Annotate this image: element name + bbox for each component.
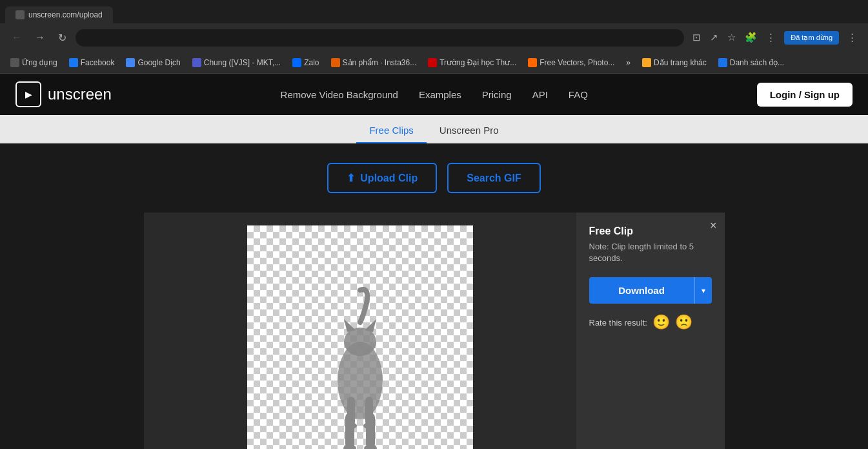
menu-button[interactable]: ⋮: [844, 29, 860, 46]
tab-title: unscreen.com/upload: [28, 10, 103, 19]
forward-button[interactable]: →: [31, 29, 49, 46]
nav-api[interactable]: API: [532, 89, 548, 100]
zalo-favicon: [292, 58, 301, 67]
address-bar[interactable]: unscreen.com/upload: [76, 29, 684, 47]
bookmark-more[interactable]: »: [621, 56, 636, 69]
bookmark-label: Free Vectors, Photo...: [540, 58, 614, 67]
sad-emoji[interactable]: 🙁: [675, 314, 692, 331]
dropdown-arrow-icon: ▾: [701, 286, 705, 295]
svg-point-1: [344, 328, 376, 356]
bookmark-label: Danh sách đọ...: [730, 58, 784, 67]
cat-preview: [318, 284, 402, 449]
bookmark-label: Zalo: [304, 58, 319, 67]
info-panel: × Free Clip Note: Clip length limited to…: [576, 213, 725, 449]
login-signup-button[interactable]: Login / Sign up: [757, 83, 853, 107]
svg-point-8: [343, 444, 356, 449]
refresh-button[interactable]: ↻: [54, 29, 70, 47]
tab-free-clips[interactable]: Free Clips: [356, 118, 426, 143]
sp-favicon: [331, 58, 340, 67]
happy-emoji[interactable]: 🙂: [652, 314, 670, 331]
preview-panel: [144, 213, 576, 449]
rate-row: Rate this result: 🙂 🙁: [589, 314, 712, 331]
download-row: Download ▾: [589, 277, 712, 304]
fb-favicon: [69, 58, 78, 67]
upload-btn-label: Upload Clip: [360, 172, 418, 184]
bookmark-zalo[interactable]: Zalo: [287, 56, 324, 69]
tab-unscreen-pro[interactable]: Unscreen Pro: [427, 118, 512, 143]
site-logo[interactable]: unscreen: [15, 81, 112, 107]
bookmark-google-translate[interactable]: Google Dịch: [121, 56, 185, 69]
main-area: ⬆ Upload Clip Search GIF: [0, 143, 868, 449]
bookmark-label: Trường Đại học Thư...: [439, 58, 516, 67]
free-clip-note: Note: Clip length limited to 5 seconds.: [589, 241, 712, 264]
browser-toolbar: ← → ↻ unscreen.com/upload ⊡ ↗ ☆ 🧩 ⋮ Đã t…: [0, 23, 868, 52]
bookmark-chung[interactable]: Chung ([VJS] - MKT,...: [187, 56, 286, 69]
download-button[interactable]: Download: [589, 277, 694, 304]
bookmarks-bar: Ứng dụng Facebook Google Dịch Chung ([VJ…: [0, 52, 868, 74]
cast-icon[interactable]: ⊡: [689, 29, 704, 46]
bookmark-label: Sản phẩm · Insta36...: [343, 58, 417, 67]
content-area: × Free Clip Note: Clip length limited to…: [144, 213, 725, 449]
upload-icon: ⬆: [347, 172, 355, 184]
bookmark-apps[interactable]: Ứng dụng: [5, 56, 63, 69]
tab-favicon: [15, 10, 25, 19]
bookmark-truong[interactable]: Trường Đại học Thư...: [423, 56, 521, 69]
gt-favicon: [126, 58, 135, 67]
bookmark-label: Ứng dụng: [22, 58, 57, 67]
download-dropdown-button[interactable]: ▾: [694, 277, 712, 304]
nav-examples[interactable]: Examples: [419, 89, 461, 100]
active-tab[interactable]: unscreen.com/upload: [5, 6, 113, 23]
back-button[interactable]: ←: [8, 29, 26, 46]
preview-canvas: [247, 225, 473, 449]
svg-rect-7: [365, 397, 373, 426]
share-icon[interactable]: ↗: [707, 29, 722, 46]
ds-favicon: [718, 58, 727, 67]
logo-icon: [15, 81, 41, 107]
bookmark-sanpham[interactable]: Sản phẩm · Insta36...: [326, 56, 422, 69]
more-bookmarks-label: »: [626, 58, 631, 67]
bookmark-freevectors[interactable]: Free Vectors, Photo...: [523, 56, 620, 69]
apps-favicon: [10, 58, 19, 67]
bookmark-icon[interactable]: ☆: [724, 29, 739, 46]
bookmark-danh-sach[interactable]: Danh sách đọ...: [713, 56, 789, 69]
action-buttons: ⬆ Upload Clip Search GIF: [327, 163, 540, 193]
svg-rect-6: [347, 397, 355, 426]
upload-clip-button[interactable]: ⬆ Upload Clip: [327, 163, 437, 193]
browser-actions: ⊡ ↗ ☆ 🧩 ⋮: [689, 29, 779, 46]
svg-marker-2: [344, 319, 356, 332]
bookmark-dau-trang-khac[interactable]: Dấu trang khác: [637, 56, 712, 69]
search-gif-button[interactable]: Search GIF: [447, 163, 540, 193]
extension-icon[interactable]: 🧩: [742, 29, 760, 46]
svg-point-9: [364, 444, 377, 449]
nav-faq[interactable]: FAQ: [569, 89, 588, 100]
bookmark-facebook[interactable]: Facebook: [64, 56, 120, 69]
bookmark-label: Facebook: [81, 58, 115, 67]
more-icon[interactable]: ⋮: [763, 29, 779, 46]
svg-point-11: [363, 423, 375, 429]
site-navbar: unscreen Remove Video Background Example…: [0, 74, 868, 115]
svg-point-10: [345, 423, 357, 429]
logo-text: unscreen: [48, 85, 112, 103]
free-clip-title: Free Clip: [589, 225, 712, 237]
browser-tabs: unscreen.com/upload: [0, 0, 868, 23]
bookmark-label: Google Dịch: [137, 58, 180, 67]
rate-label: Rate this result:: [589, 318, 647, 328]
svg-marker-3: [365, 319, 376, 332]
close-button[interactable]: ×: [710, 219, 717, 233]
nav-pricing[interactable]: Pricing: [482, 89, 512, 100]
dtk-favicon: [642, 58, 651, 67]
fv-favicon: [528, 58, 537, 67]
nav-remove-bg[interactable]: Remove Video Background: [281, 89, 398, 100]
browser-chrome: unscreen.com/upload ← → ↻ unscreen.com/u…: [0, 0, 868, 74]
bookmark-label: Chung ([VJS] - MKT,...: [204, 58, 281, 67]
profile-button[interactable]: Đã tạm dừng: [784, 31, 839, 45]
chung-favicon: [192, 58, 201, 67]
site-navigation: Remove Video Background Examples Pricing…: [281, 89, 588, 100]
truong-favicon: [428, 58, 437, 67]
sub-navigation: Free Clips Unscreen Pro: [0, 115, 868, 143]
bookmark-label: Dấu trang khác: [654, 58, 707, 67]
